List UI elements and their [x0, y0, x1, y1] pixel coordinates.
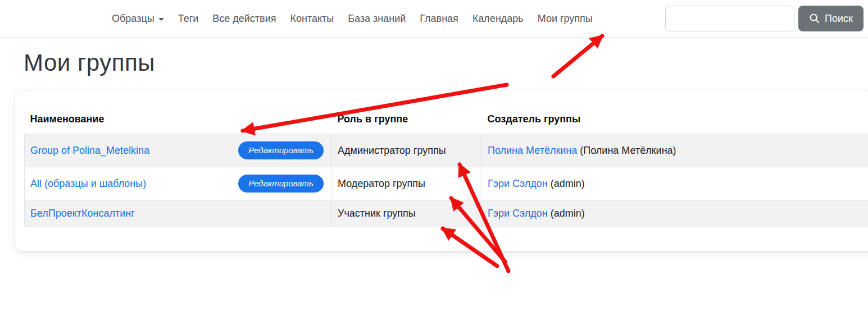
edit-group-button[interactable]: Редактировать: [238, 175, 324, 193]
creator-cell: Гэри Сэлдон (admin): [482, 200, 868, 227]
creator-suffix: (admin): [548, 208, 585, 219]
table-row: Group of Polina_Metelkina Редактировать …: [25, 134, 868, 167]
main-nav: Образцы Теги Все действия Контакты База …: [112, 13, 593, 25]
creator-suffix: (Полина Метёлкина): [577, 145, 676, 156]
group-name-link[interactable]: All (образцы и шаблоны): [30, 178, 146, 190]
nav-item-calendar[interactable]: Календарь: [472, 13, 524, 25]
search-group: Поиск: [665, 6, 864, 31]
name-cell: All (образцы и шаблоны) Редактировать: [25, 167, 332, 200]
name-cell: БелПроектКонсалтинг: [25, 200, 332, 227]
nav-item-knowledge-base[interactable]: База знаний: [348, 13, 406, 25]
table-row: All (образцы и шаблоны) Редактировать Мо…: [25, 167, 868, 200]
top-navbar: Образцы Теги Все действия Контакты База …: [0, 0, 868, 38]
table-header-role: Роль в группе: [332, 108, 482, 134]
search-input[interactable]: [665, 6, 794, 31]
nav-item-my-groups[interactable]: Мои группы: [538, 13, 593, 25]
table-header-row: Наименование Роль в группе Создатель гру…: [25, 108, 868, 134]
page-title: Мои группы: [24, 49, 868, 76]
search-button[interactable]: Поиск: [798, 6, 864, 31]
creator-link[interactable]: Полина Метёлкина: [488, 145, 577, 156]
nav-item-home[interactable]: Главная: [420, 13, 458, 25]
search-icon: [809, 13, 820, 24]
creator-link[interactable]: Гэри Сэлдон: [488, 178, 548, 189]
name-cell: Group of Polina_Metelkina Редактировать: [25, 134, 332, 167]
nav-item-all-actions[interactable]: Все действия: [212, 13, 276, 25]
groups-card: Наименование Роль в группе Создатель гру…: [15, 91, 868, 251]
group-name-link[interactable]: Group of Polina_Metelkina: [30, 145, 149, 157]
search-button-label: Поиск: [825, 13, 853, 25]
groups-table: Наименование Роль в группе Создатель гру…: [24, 108, 868, 227]
edit-group-button[interactable]: Редактировать: [238, 141, 324, 159]
nav-item-contacts[interactable]: Контакты: [290, 13, 334, 25]
nav-item-tags[interactable]: Теги: [178, 13, 199, 25]
nav-item-samples[interactable]: Образцы: [112, 13, 164, 25]
role-cell: Участник группы: [332, 200, 482, 227]
table-header-creator: Создатель группы: [482, 108, 868, 134]
table-row: БелПроектКонсалтинг Участник группы Гэри…: [25, 200, 868, 227]
creator-link[interactable]: Гэри Сэлдон: [488, 208, 548, 219]
creator-suffix: (admin): [548, 178, 585, 189]
role-cell: Администратор группы: [332, 134, 482, 167]
nav-item-label: Образцы: [112, 13, 154, 25]
role-cell: Модератор группы: [332, 167, 482, 200]
creator-cell: Гэри Сэлдон (admin): [482, 167, 868, 200]
caret-down-icon: [158, 18, 164, 21]
group-name-link[interactable]: БелПроектКонсалтинг: [30, 208, 135, 219]
table-header-name: Наименование: [25, 108, 332, 134]
creator-cell: Полина Метёлкина (Полина Метёлкина): [482, 134, 868, 167]
